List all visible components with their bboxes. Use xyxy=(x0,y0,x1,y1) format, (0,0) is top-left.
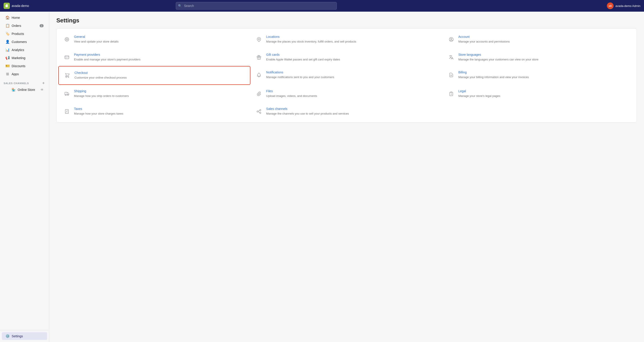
settings-grid: General View and update your store detai… xyxy=(58,31,635,120)
settings-item-account[interactable]: Account Manage your accounts and permiss… xyxy=(443,31,635,48)
store-name: avada-demo xyxy=(12,4,29,8)
sidebar-item-settings[interactable]: ⚙️ Settings xyxy=(2,332,47,340)
settings-item-sales-channels[interactable]: Sales channels Manage the channels you u… xyxy=(250,103,442,120)
add-sales-channel-icon[interactable]: ＋ xyxy=(42,81,46,86)
settings-desc-sales-channels: Manage the channels you use to sell your… xyxy=(266,112,349,116)
settings-title-shipping: Shipping xyxy=(74,89,129,93)
apps-icon: ⊞ xyxy=(5,72,10,76)
payment-icon xyxy=(63,53,71,61)
settings-title-general: General xyxy=(74,35,118,39)
settings-item-legal[interactable]: Legal Manage your store's legal pages xyxy=(443,85,635,103)
settings-item-taxes[interactable]: Taxes Manage how your store charges taxe… xyxy=(58,103,250,120)
search-icon: 🔍 xyxy=(178,4,182,8)
settings-title-locations: Locations xyxy=(266,35,356,39)
account-icon xyxy=(447,35,455,44)
user-name: avada-demo Admin xyxy=(616,4,640,8)
settings-desc-gift-cards: Enable Apple Wallet passes and set gift … xyxy=(266,57,340,62)
sidebar-item-products[interactable]: 🏷️ Products xyxy=(2,30,47,38)
settings-title-checkout: Checkout xyxy=(74,71,126,75)
settings-item-locations[interactable]: Locations Manage the places you stock in… xyxy=(250,31,442,48)
settings-desc-store-languages: Manage the languages your customers can … xyxy=(458,57,538,62)
gift-icon xyxy=(255,53,263,61)
settings-card: General View and update your store detai… xyxy=(56,29,637,122)
sidebar-item-marketing[interactable]: 📢 Marketing xyxy=(2,54,47,62)
house-icon: 🏠 xyxy=(5,16,10,20)
settings-desc-legal: Manage your store's legal pages xyxy=(458,94,500,98)
checkout-icon xyxy=(63,71,71,80)
bar-chart-icon: 📊 xyxy=(5,48,10,52)
settings-desc-payment-providers: Enable and manage your store's payment p… xyxy=(74,57,140,62)
settings-desc-general: View and update your store details xyxy=(74,39,118,44)
files-icon xyxy=(255,90,263,98)
person-icon: 👤 xyxy=(5,40,10,44)
sidebar-item-home[interactable]: 🏠 Home xyxy=(2,14,47,22)
settings-item-billing[interactable]: Billing Manage your billing information … xyxy=(443,66,635,85)
sidebar-item-customers[interactable]: 👤 Customers xyxy=(2,38,47,46)
store-logo[interactable]: avada-demo xyxy=(4,3,39,9)
settings-item-general[interactable]: General View and update your store detai… xyxy=(58,31,250,48)
settings-title-gift-cards: Gift cards xyxy=(266,53,340,56)
page-title: Settings xyxy=(56,17,637,24)
settings-title-notifications: Notifications xyxy=(266,71,334,74)
settings-title-account: Account xyxy=(458,35,510,39)
sidebar-item-discounts[interactable]: 🎫 Discounts xyxy=(2,62,47,70)
settings-desc-checkout: Customize your online checkout process xyxy=(74,75,126,80)
settings-desc-account: Manage your accounts and permissions xyxy=(458,39,510,44)
bell-icon xyxy=(255,71,263,79)
shopify-icon xyxy=(4,3,10,9)
sidebar-item-online-store[interactable]: 🏪 Online Store 👁 xyxy=(2,87,47,93)
sidebar-item-apps[interactable]: ⊞ Apps xyxy=(2,70,47,78)
tag-icon: 🏷️ xyxy=(5,32,10,36)
sales-channels-section: SALES CHANNELS ＋ xyxy=(0,78,49,86)
settings-item-files[interactable]: Files Upload images, videos, and documen… xyxy=(250,85,442,103)
legal-icon xyxy=(447,90,455,98)
megaphone-icon: 📢 xyxy=(5,56,10,60)
translate-icon xyxy=(447,53,455,61)
receipt-icon: 📋 xyxy=(5,24,10,28)
discount-icon: 🎫 xyxy=(5,64,10,68)
settings-item-shipping[interactable]: Shipping Manage how you ship orders to c… xyxy=(58,85,250,103)
gear-icon: ⚙️ xyxy=(5,334,10,338)
settings-desc-shipping: Manage how you ship orders to customers xyxy=(74,94,129,98)
settings-title-legal: Legal xyxy=(458,89,500,93)
settings-item-gift-cards[interactable]: Gift cards Enable Apple Wallet passes an… xyxy=(250,48,442,66)
store-icon: 🏪 xyxy=(12,88,16,92)
settings-item-empty xyxy=(443,103,635,120)
settings-desc-notifications: Manage notifications sent to you and you… xyxy=(266,75,334,80)
truck-icon xyxy=(63,90,71,98)
eye-icon[interactable]: 👁 xyxy=(40,88,44,92)
search-input[interactable] xyxy=(176,2,337,10)
settings-title-billing: Billing xyxy=(458,71,529,74)
location-icon xyxy=(255,35,263,44)
sidebar: 🏠 Home 📋 Orders 1 🏷️ Products 👤 Customer… xyxy=(0,12,49,342)
sidebar-item-analytics[interactable]: 📊 Analytics xyxy=(2,46,47,54)
settings-desc-billing: Manage your billing information and view… xyxy=(458,75,529,80)
settings-title-files: Files xyxy=(266,89,317,93)
settings-desc-taxes: Manage how your store charges taxes xyxy=(74,112,123,116)
topbar: avada-demo 🔍 aA avada-demo Admin xyxy=(0,0,644,12)
avatar: aA xyxy=(607,3,614,9)
channels-icon xyxy=(255,107,263,116)
settings-item-payment-providers[interactable]: Payment providers Enable and manage your… xyxy=(58,48,250,66)
settings-title-store-languages: Store languages xyxy=(458,53,538,56)
main-content: Settings General View and update your st… xyxy=(49,12,644,342)
gear-icon xyxy=(63,35,71,44)
settings-title-payment-providers: Payment providers xyxy=(74,53,140,56)
settings-item-checkout[interactable]: Checkout Customize your online checkout … xyxy=(58,66,250,85)
orders-badge: 1 xyxy=(40,24,44,27)
settings-title-taxes: Taxes xyxy=(74,107,123,111)
settings-item-store-languages[interactable]: Store languages Manage the languages you… xyxy=(443,48,635,66)
settings-title-sales-channels: Sales channels xyxy=(266,107,349,111)
search-bar[interactable]: 🔍 xyxy=(176,2,337,10)
billing-icon xyxy=(447,71,455,79)
settings-item-notifications[interactable]: Notifications Manage notifications sent … xyxy=(250,66,442,85)
settings-desc-locations: Manage the places you stock inventory, f… xyxy=(266,39,356,44)
taxes-icon xyxy=(63,107,71,116)
settings-desc-files: Upload images, videos, and documents xyxy=(266,94,317,98)
user-menu[interactable]: aA avada-demo Admin xyxy=(607,3,640,9)
sidebar-item-orders[interactable]: 📋 Orders 1 xyxy=(2,22,47,30)
